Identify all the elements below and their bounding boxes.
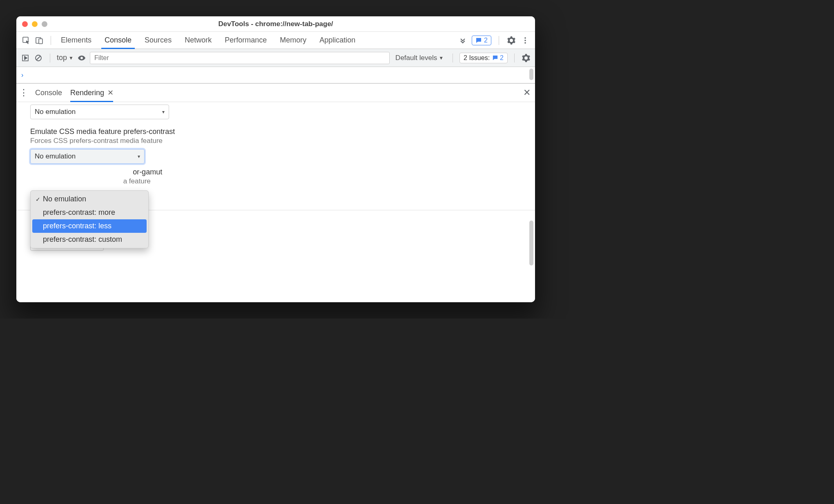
section-title: Emulate CSS media feature prefers-contra… [30, 127, 521, 136]
eye-icon[interactable] [77, 53, 87, 63]
option-label: prefers-contrast: less [43, 222, 111, 230]
context-selector[interactable]: top ▼ [57, 54, 74, 62]
separator [514, 54, 515, 62]
issues-count: 2 [500, 54, 504, 62]
caret-down-icon: ▼ [439, 55, 444, 61]
caret-down-icon: ▾ [138, 154, 140, 159]
message-icon [492, 55, 498, 61]
tab-console[interactable]: Console [98, 32, 138, 49]
rendering-section-prefers-contrast: Emulate CSS media feature prefers-contra… [16, 123, 535, 168]
issues-pill[interactable]: 2 Issues: 2 [459, 53, 508, 63]
dropdown-option[interactable]: prefers-contrast: less [32, 219, 147, 233]
option-label: No emulation [43, 195, 86, 203]
close-window-button[interactable] [22, 21, 28, 27]
scrollbar-thumb[interactable] [529, 221, 533, 265]
devtools-window: DevTools - chrome://new-tab-page/ Elemen… [16, 16, 535, 302]
errors-chip[interactable]: 2 [472, 36, 491, 45]
maximize-window-button[interactable] [42, 21, 47, 27]
select-generic[interactable]: No emulation ▾ [30, 105, 169, 119]
tab-label: Application [319, 36, 355, 45]
tab-application[interactable]: Application [313, 32, 362, 49]
left-toolbar-icons [19, 32, 47, 49]
svg-point-3 [524, 37, 526, 39]
drawer-tab-label: Console [35, 89, 62, 97]
select-value: No emulation [35, 152, 76, 161]
drawer-tab-rendering[interactable]: Rendering ✕ [66, 84, 118, 102]
dropdown-option[interactable]: prefers-contrast: custom [32, 233, 147, 246]
separator [51, 36, 51, 45]
log-levels-selector[interactable]: Default levels ▼ [393, 54, 446, 62]
right-toolbar: 2 [458, 32, 533, 49]
tab-label: Sources [145, 36, 172, 45]
caret-down-icon: ▾ [162, 109, 165, 115]
rendering-panel: No emulation ▾ Emulate CSS media feature… [16, 102, 535, 302]
inspect-element-icon[interactable] [21, 36, 31, 45]
tab-label: Network [185, 36, 212, 45]
console-toolbar: top ▼ Default levels ▼ 2 Issues: 2 [16, 49, 535, 67]
kebab-menu-icon[interactable] [520, 36, 530, 45]
device-toolbar-icon[interactable] [34, 36, 44, 45]
tab-memory[interactable]: Memory [273, 32, 313, 49]
option-label: prefers-contrast: more [43, 208, 115, 217]
svg-line-8 [36, 56, 40, 60]
drawer-kebab-icon[interactable]: ⋮ [16, 84, 31, 102]
rendering-section-color-gamut: Emulate CSS media feature color-gamut Fo… [16, 168, 535, 190]
more-tabs-icon[interactable] [458, 36, 468, 45]
option-label: prefers-contrast: custom [43, 235, 122, 244]
section-subtitle: Forces CSS prefers-contrast media featur… [30, 137, 521, 145]
tab-label: Memory [280, 36, 306, 45]
separator [453, 54, 453, 62]
select-prefers-contrast[interactable]: No emulation ▾ [30, 149, 145, 164]
message-icon [475, 37, 482, 44]
levels-label: Default levels [395, 54, 437, 62]
dropdown-option[interactable]: prefers-contrast: more [32, 206, 147, 219]
svg-point-5 [524, 42, 526, 44]
svg-point-4 [524, 40, 526, 41]
dropdown-option[interactable]: No emulation [32, 192, 147, 206]
tab-label: Elements [61, 36, 91, 45]
console-toolbar-left: top ▼ [20, 53, 87, 63]
window-titlebar: DevTools - chrome://new-tab-page/ [16, 16, 535, 32]
close-tab-icon[interactable]: ✕ [107, 88, 114, 97]
caret-down-icon: ▼ [69, 55, 74, 61]
rendering-section-top: No emulation ▾ [16, 102, 535, 123]
window-title: DevTools - chrome://new-tab-page/ [16, 20, 535, 28]
separator [50, 54, 50, 62]
settings-gear-icon[interactable] [506, 36, 516, 45]
section-subtitle-partial: a feature [123, 177, 151, 185]
clear-console-icon[interactable] [33, 53, 43, 63]
drawer-tab-console[interactable]: Console [31, 84, 66, 102]
errors-count: 2 [484, 37, 488, 44]
issues-label: 2 Issues: [464, 54, 490, 62]
tab-elements[interactable]: Elements [54, 32, 98, 49]
context-label: top [57, 54, 67, 62]
separator [499, 36, 499, 45]
select-value: No emulation [35, 108, 76, 116]
play-icon[interactable] [20, 53, 30, 63]
prefers-contrast-dropdown: No emulation prefers-contrast: more pref… [30, 190, 149, 248]
chevron-right-icon: › [21, 71, 23, 79]
drawer-tab-label: Rendering [70, 89, 104, 97]
tab-label: Console [105, 36, 132, 45]
traffic-lights [16, 21, 47, 27]
drawer-tab-strip: ⋮ Console Rendering ✕ ✕ [16, 83, 535, 102]
tab-label: Performance [225, 36, 267, 45]
settings-gear-icon[interactable] [521, 53, 531, 63]
console-body[interactable]: › [16, 67, 535, 83]
close-drawer-icon[interactable]: ✕ [519, 84, 535, 102]
svg-rect-2 [39, 39, 42, 44]
main-tab-strip: Elements Console Sources Network Perform… [16, 32, 535, 49]
minimize-window-button[interactable] [32, 21, 38, 27]
tab-network[interactable]: Network [178, 32, 218, 49]
filter-input[interactable] [90, 52, 390, 64]
scrollbar-thumb[interactable] [529, 69, 533, 80]
tab-performance[interactable]: Performance [218, 32, 273, 49]
tab-sources[interactable]: Sources [138, 32, 178, 49]
section-title-partial: or-gamut [133, 168, 162, 176]
